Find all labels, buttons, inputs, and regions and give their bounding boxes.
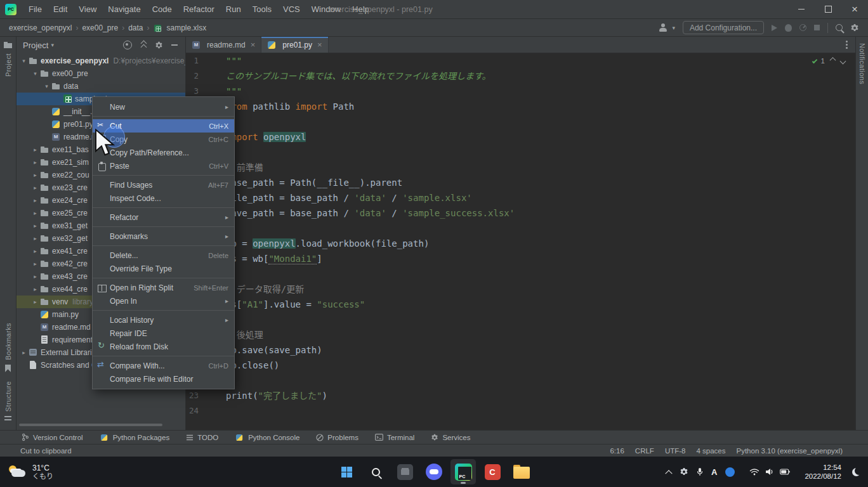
inspection-widget[interactable]: 1: [812, 57, 845, 65]
network-volume-battery[interactable]: [749, 468, 790, 476]
horizontal-scrollbar[interactable]: [19, 424, 162, 426]
tool-strip-structure[interactable]: Structure: [4, 381, 12, 412]
tray-settings-gear-icon[interactable]: [680, 467, 688, 476]
blue-app-tray-icon[interactable]: [725, 467, 735, 477]
panel-settings-gear-icon[interactable]: [155, 41, 163, 49]
taskbar-app-app-c[interactable]: [480, 459, 505, 484]
tree-item-exe00-pre[interactable]: ▾exe00_pre: [16, 67, 185, 80]
tree-collapsed-icon[interactable]: ▸: [30, 210, 40, 216]
toolwindow-todo[interactable]: TODO: [186, 434, 218, 441]
tree-collapsed-icon[interactable]: ▸: [30, 273, 40, 280]
indent-setting[interactable]: 4 spaces: [696, 447, 725, 455]
bookmark-icon[interactable]: [5, 365, 11, 372]
code-line[interactable]: ws = wb["Mondai1"]: [226, 251, 855, 266]
code-line[interactable]: [226, 266, 855, 282]
microphone-icon[interactable]: [697, 467, 703, 476]
tab-close-icon[interactable]: ×: [317, 40, 322, 49]
python-interpreter[interactable]: Python 3.10 (exercise_openpyxl): [737, 447, 843, 455]
menu-edit[interactable]: Edit: [48, 0, 73, 19]
debug-icon[interactable]: [785, 24, 792, 32]
toolwindow-terminal[interactable]: Terminal: [375, 434, 414, 441]
menu-navigate[interactable]: Navigate: [102, 0, 146, 19]
toolwindow-python-packages[interactable]: Python Packages: [100, 433, 170, 442]
next-problem-icon[interactable]: [840, 58, 846, 64]
taskbar-clock[interactable]: 12:54 2022/08/12: [805, 463, 841, 481]
tree-collapsed-icon[interactable]: ▸: [30, 159, 40, 166]
user-menu[interactable]: ▾: [659, 23, 675, 32]
code-line[interactable]: ws["A1"].value = "success": [226, 297, 855, 312]
code-line[interactable]: [226, 403, 855, 419]
collapse-all-icon[interactable]: [139, 41, 148, 49]
toolwindow-python-console[interactable]: Python Console: [235, 433, 299, 442]
code-line[interactable]: [226, 373, 855, 388]
hide-panel-icon[interactable]: [170, 41, 179, 49]
menu-item-compare-file-with-editor[interactable]: Compare File with Editor: [93, 372, 234, 386]
taskbar-app-discord[interactable]: [421, 459, 447, 484]
code-line[interactable]: [226, 145, 855, 160]
file-encoding[interactable]: UTF-8: [665, 447, 686, 455]
menu-view[interactable]: View: [73, 0, 102, 19]
tree-collapsed-icon[interactable]: ▸: [30, 261, 40, 267]
tree-collapsed-icon[interactable]: ▸: [30, 185, 40, 191]
prev-problem-icon[interactable]: [830, 57, 836, 63]
menu-tools[interactable]: Tools: [247, 0, 277, 19]
menu-item-local-history[interactable]: Local History▸: [93, 313, 234, 327]
tree-collapsed-icon[interactable]: ▸: [19, 349, 29, 356]
tree-item-exercise-openpyxl[interactable]: ▾exercise_openpyxlD:¥projects¥exercise_o…: [16, 55, 185, 67]
editor-code[interactable]: """このサンプルコード集では、以下の流れでファイルを処理します。"""from…: [226, 53, 855, 430]
toolwindow-version-control[interactable]: Version Control: [22, 433, 83, 441]
menu-refactor[interactable]: Refactor: [178, 0, 220, 19]
code-line[interactable]: このサンプルコード集では、以下の流れでファイルを処理します。: [226, 68, 855, 84]
code-line[interactable]: # 後処理: [226, 327, 855, 342]
toolwindow-services[interactable]: Services: [431, 434, 470, 441]
taskbar-app-start[interactable]: [334, 459, 359, 484]
menu-code[interactable]: Code: [147, 0, 178, 19]
code-line[interactable]: print("完了しました"): [226, 388, 855, 403]
breadcrumb-item-exe00-pre[interactable]: exe00_pre: [81, 23, 119, 32]
caret-position[interactable]: 6:16: [610, 447, 624, 455]
locate-file-icon[interactable]: [123, 41, 132, 49]
menu-item-paste[interactable]: PasteCtrl+V: [93, 159, 234, 172]
minimize-icon[interactable]: [788, 0, 815, 19]
menu-item-reload-from-disk[interactable]: Reload from Disk: [93, 340, 234, 353]
tab-pre01-py[interactable]: pre01.py×: [261, 37, 328, 53]
line-ending[interactable]: CRLF: [635, 447, 654, 455]
code-line[interactable]: [226, 114, 855, 129]
taskbar-app-pycharm[interactable]: [450, 459, 476, 484]
menu-item-find-usages[interactable]: Find UsagesAlt+F7: [93, 178, 234, 192]
tree-collapsed-icon[interactable]: ▸: [30, 286, 40, 292]
code-line[interactable]: [226, 312, 855, 327]
maximize-icon[interactable]: [815, 0, 841, 19]
tab-readme-md[interactable]: readme.md×: [186, 37, 261, 53]
code-line[interactable]: wb = openpyxl.load_workbook(file_path): [226, 236, 855, 251]
focus-assist-moon-icon[interactable]: [852, 468, 860, 476]
add-configuration-button[interactable]: Add Configuration...: [683, 21, 764, 34]
taskbar-app-search[interactable]: [363, 459, 388, 484]
tree-collapsed-icon[interactable]: ▸: [30, 299, 40, 305]
project-tool-icon[interactable]: [4, 42, 12, 48]
menu-item-bookmarks[interactable]: Bookmarks▸: [93, 230, 234, 243]
code-line[interactable]: """: [226, 53, 855, 68]
code-line[interactable]: import openpyxl: [226, 129, 855, 145]
code-line[interactable]: wb.save(save_path): [226, 342, 855, 358]
settings-gear-icon[interactable]: [850, 23, 859, 32]
tree-expanded-icon[interactable]: ▾: [42, 83, 51, 89]
menu-item-compare-with[interactable]: Compare With...Ctrl+D: [93, 359, 234, 372]
toolwindow-problems[interactable]: Problems: [316, 434, 358, 441]
weather-widget[interactable]: 31°C くもり: [0, 464, 53, 481]
menu-item-repair-ide[interactable]: Repair IDE: [93, 327, 234, 340]
code-line[interactable]: # 前準備: [226, 160, 855, 175]
tree-collapsed-icon[interactable]: ▸: [30, 223, 40, 229]
menu-run[interactable]: Run: [220, 0, 247, 19]
menu-item-open-in[interactable]: Open In▸: [93, 294, 234, 308]
stop-icon[interactable]: [814, 25, 820, 30]
project-panel-title[interactable]: Project: [23, 41, 48, 50]
tray-expand-icon[interactable]: [665, 470, 672, 477]
code-line[interactable]: file_path = base_path / 'data' / 'sample…: [226, 190, 855, 205]
menu-file[interactable]: File: [23, 0, 48, 19]
chevron-down-icon[interactable]: ▾: [51, 42, 54, 48]
code-line[interactable]: # データ取得/更新: [226, 282, 855, 297]
taskbar-app-app-gray[interactable]: [392, 459, 418, 484]
code-line[interactable]: from pathlib import Path: [226, 99, 855, 114]
breadcrumb-item-data[interactable]: data: [127, 23, 144, 32]
